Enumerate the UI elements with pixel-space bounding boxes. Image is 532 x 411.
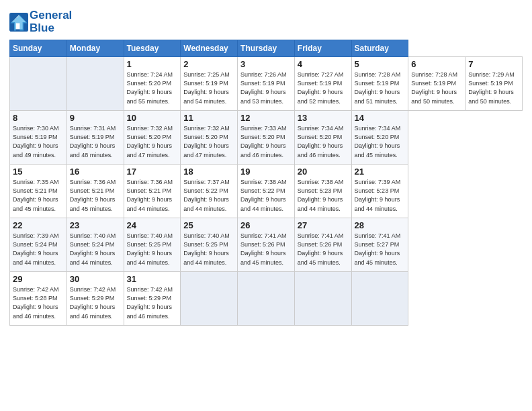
calendar-container: General Blue SundayMondayTuesdayWednesda…: [0, 0, 532, 332]
day-info: Sunrise: 7:34 AMSunset: 5:20 PMDaylight:…: [355, 124, 406, 159]
calendar-cell: 24Sunrise: 7:40 AMSunset: 5:25 PMDayligh…: [124, 218, 181, 272]
day-number: 17: [127, 167, 178, 177]
calendar-cell: 15Sunrise: 7:35 AMSunset: 5:21 PMDayligh…: [10, 165, 67, 218]
day-info: Sunrise: 7:32 AMSunset: 5:20 PMDaylight:…: [127, 124, 178, 159]
day-info: Sunrise: 7:29 AMSunset: 5:19 PMDaylight:…: [468, 71, 519, 105]
calendar-cell: 1Sunrise: 7:24 AMSunset: 5:20 PMDaylight…: [124, 57, 181, 111]
day-info: Sunrise: 7:42 AMSunset: 5:29 PMDaylight:…: [127, 285, 178, 320]
calendar-body: 1Sunrise: 7:24 AMSunset: 5:20 PMDaylight…: [10, 57, 523, 326]
calendar-cell: 31Sunrise: 7:42 AMSunset: 5:29 PMDayligh…: [124, 272, 181, 326]
day-number: 10: [127, 113, 178, 123]
calendar-cell: 28Sunrise: 7:41 AMSunset: 5:27 PMDayligh…: [351, 218, 408, 272]
weekday-header: Thursday: [238, 40, 295, 57]
day-info: Sunrise: 7:42 AMSunset: 5:29 PMDaylight:…: [70, 285, 121, 320]
calendar-cell: 11Sunrise: 7:32 AMSunset: 5:20 PMDayligh…: [181, 111, 238, 165]
calendar-week-row: 15Sunrise: 7:35 AMSunset: 5:21 PMDayligh…: [10, 165, 523, 218]
day-number: 23: [70, 220, 121, 230]
calendar-cell: 5Sunrise: 7:28 AMSunset: 5:19 PMDaylight…: [351, 57, 408, 111]
day-info: Sunrise: 7:37 AMSunset: 5:22 PMDaylight:…: [183, 178, 234, 213]
calendar-cell: 6Sunrise: 7:28 AMSunset: 5:19 PMDaylight…: [408, 57, 466, 111]
day-info: Sunrise: 7:39 AMSunset: 5:23 PMDaylight:…: [355, 178, 406, 213]
day-number: 25: [183, 220, 234, 230]
day-info: Sunrise: 7:28 AMSunset: 5:19 PMDaylight:…: [411, 71, 462, 105]
calendar-cell: 23Sunrise: 7:40 AMSunset: 5:24 PMDayligh…: [66, 218, 124, 272]
weekday-header: Monday: [66, 40, 124, 57]
calendar-cell: 2Sunrise: 7:25 AMSunset: 5:19 PMDaylight…: [181, 57, 238, 111]
calendar-cell: [294, 272, 351, 326]
day-info: Sunrise: 7:41 AMSunset: 5:26 PMDaylight:…: [240, 232, 292, 267]
calendar-cell: 21Sunrise: 7:39 AMSunset: 5:23 PMDayligh…: [351, 165, 408, 218]
header: General Blue: [9, 7, 523, 34]
day-info: Sunrise: 7:25 AMSunset: 5:19 PMDaylight:…: [183, 71, 234, 105]
calendar-header: SundayMondayTuesdayWednesdayThursdayFrid…: [10, 40, 523, 57]
calendar-table: SundayMondayTuesdayWednesdayThursdayFrid…: [9, 40, 523, 326]
calendar-cell: 14Sunrise: 7:34 AMSunset: 5:20 PMDayligh…: [351, 111, 408, 165]
day-info: Sunrise: 7:36 AMSunset: 5:21 PMDaylight:…: [127, 178, 178, 213]
calendar-cell: 13Sunrise: 7:34 AMSunset: 5:20 PMDayligh…: [294, 111, 351, 165]
day-info: Sunrise: 7:40 AMSunset: 5:24 PMDaylight:…: [70, 232, 121, 267]
calendar-cell: 20Sunrise: 7:38 AMSunset: 5:23 PMDayligh…: [294, 165, 351, 218]
day-info: Sunrise: 7:40 AMSunset: 5:25 PMDaylight:…: [183, 232, 234, 267]
weekday-header: Saturday: [351, 40, 408, 57]
calendar-cell: 25Sunrise: 7:40 AMSunset: 5:25 PMDayligh…: [181, 218, 238, 272]
day-number: 5: [355, 59, 406, 69]
calendar-cell: 16Sunrise: 7:36 AMSunset: 5:21 PMDayligh…: [66, 165, 124, 218]
day-info: Sunrise: 7:24 AMSunset: 5:20 PMDaylight:…: [127, 71, 178, 105]
day-number: 20: [298, 167, 349, 177]
calendar-week-row: 1Sunrise: 7:24 AMSunset: 5:20 PMDaylight…: [10, 57, 523, 111]
weekday-header: Sunday: [10, 40, 67, 57]
day-number: 13: [298, 113, 349, 123]
day-info: Sunrise: 7:35 AMSunset: 5:21 PMDaylight:…: [13, 178, 64, 213]
day-number: 4: [298, 59, 349, 69]
day-info: Sunrise: 7:38 AMSunset: 5:23 PMDaylight:…: [298, 178, 349, 213]
logo-icon: [9, 13, 28, 32]
day-number: 30: [70, 274, 121, 284]
empty-cell: [10, 57, 67, 111]
calendar-cell: 30Sunrise: 7:42 AMSunset: 5:29 PMDayligh…: [66, 272, 124, 326]
calendar-cell: 17Sunrise: 7:36 AMSunset: 5:21 PMDayligh…: [124, 165, 181, 218]
weekday-header: Wednesday: [181, 40, 238, 57]
day-info: Sunrise: 7:33 AMSunset: 5:20 PMDaylight:…: [240, 124, 292, 159]
day-number: 1: [127, 59, 178, 69]
calendar-cell: 9Sunrise: 7:31 AMSunset: 5:19 PMDaylight…: [66, 111, 124, 165]
day-number: 26: [240, 220, 292, 230]
day-number: 14: [355, 113, 406, 123]
day-info: Sunrise: 7:32 AMSunset: 5:20 PMDaylight:…: [183, 124, 234, 159]
calendar-cell: [181, 272, 238, 326]
calendar-cell: 29Sunrise: 7:42 AMSunset: 5:28 PMDayligh…: [10, 272, 67, 326]
day-info: Sunrise: 7:40 AMSunset: 5:25 PMDaylight:…: [127, 232, 178, 267]
calendar-week-row: 29Sunrise: 7:42 AMSunset: 5:28 PMDayligh…: [10, 272, 523, 326]
calendar-cell: 7Sunrise: 7:29 AMSunset: 5:19 PMDaylight…: [466, 57, 523, 111]
day-number: 2: [183, 59, 234, 69]
logo: General Blue: [9, 9, 72, 34]
day-number: 9: [70, 113, 121, 123]
day-number: 29: [13, 274, 64, 284]
day-info: Sunrise: 7:41 AMSunset: 5:26 PMDaylight:…: [298, 232, 349, 267]
day-number: 27: [298, 220, 349, 230]
calendar-cell: 22Sunrise: 7:39 AMSunset: 5:24 PMDayligh…: [10, 218, 67, 272]
day-info: Sunrise: 7:28 AMSunset: 5:19 PMDaylight:…: [355, 71, 406, 105]
calendar-week-row: 22Sunrise: 7:39 AMSunset: 5:24 PMDayligh…: [10, 218, 523, 272]
day-number: 16: [70, 167, 121, 177]
calendar-cell: 10Sunrise: 7:32 AMSunset: 5:20 PMDayligh…: [124, 111, 181, 165]
day-number: 8: [13, 113, 64, 123]
day-number: 15: [13, 167, 64, 177]
logo-text: General Blue: [30, 9, 72, 34]
day-number: 22: [13, 220, 64, 230]
calendar-cell: 26Sunrise: 7:41 AMSunset: 5:26 PMDayligh…: [238, 218, 295, 272]
day-info: Sunrise: 7:41 AMSunset: 5:27 PMDaylight:…: [355, 232, 406, 267]
weekday-header: Friday: [294, 40, 351, 57]
empty-cell: [66, 57, 124, 111]
calendar-week-row: 8Sunrise: 7:30 AMSunset: 5:19 PMDaylight…: [10, 111, 523, 165]
day-info: Sunrise: 7:38 AMSunset: 5:22 PMDaylight:…: [240, 178, 292, 213]
calendar-cell: [351, 272, 408, 326]
day-info: Sunrise: 7:36 AMSunset: 5:21 PMDaylight:…: [70, 178, 121, 213]
day-number: 19: [240, 167, 292, 177]
calendar-cell: 4Sunrise: 7:27 AMSunset: 5:19 PMDaylight…: [294, 57, 351, 111]
day-info: Sunrise: 7:30 AMSunset: 5:19 PMDaylight:…: [13, 124, 64, 159]
day-info: Sunrise: 7:27 AMSunset: 5:19 PMDaylight:…: [298, 71, 349, 105]
day-number: 21: [355, 167, 406, 177]
day-number: 11: [183, 113, 234, 123]
calendar-cell: 18Sunrise: 7:37 AMSunset: 5:22 PMDayligh…: [181, 165, 238, 218]
calendar-cell: 12Sunrise: 7:33 AMSunset: 5:20 PMDayligh…: [238, 111, 295, 165]
